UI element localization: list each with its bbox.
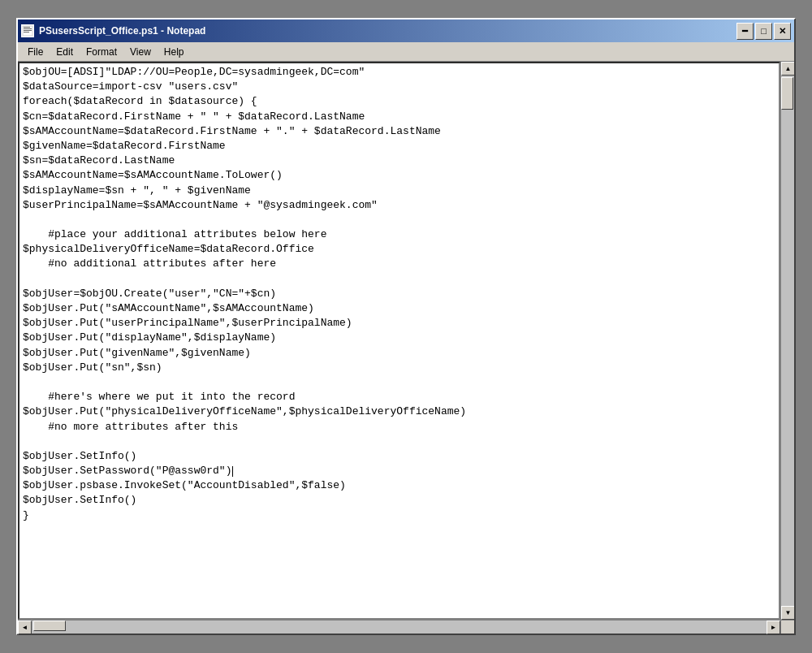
menu-help[interactable]: Help xyxy=(158,45,191,59)
menu-file[interactable]: File xyxy=(21,45,50,59)
text-area-wrapper: $objOU=[ADSI]"LDAP://OU=People,DC=sysadm… xyxy=(18,62,780,620)
restore-button[interactable]: □ xyxy=(755,23,772,40)
scroll-thumb-horizontal[interactable] xyxy=(33,621,66,631)
notepad-window: PSusersScript_Office.ps1 - Notepad ━ □ ✕… xyxy=(16,18,796,635)
scroll-thumb-vertical[interactable] xyxy=(781,77,793,110)
svg-rect-4 xyxy=(24,32,29,32)
menu-view[interactable]: View xyxy=(123,45,158,59)
scroll-right-button[interactable]: ► xyxy=(767,621,780,634)
title-bar-buttons: ━ □ ✕ xyxy=(736,23,791,40)
svg-rect-2 xyxy=(24,28,32,29)
scroll-track-horizontal[interactable] xyxy=(32,621,767,634)
bottom-area: ◄ ► xyxy=(18,620,794,634)
horizontal-scrollbar: ◄ ► xyxy=(18,620,780,634)
title-bar: PSusersScript_Office.ps1 - Notepad ━ □ ✕ xyxy=(18,19,794,42)
scroll-track-vertical[interactable] xyxy=(781,76,794,606)
close-button[interactable]: ✕ xyxy=(774,23,791,40)
svg-rect-3 xyxy=(24,30,32,31)
vertical-scrollbar: ▲ ▼ xyxy=(780,62,794,620)
scrollbar-corner xyxy=(780,620,794,634)
editor-content[interactable]: $objOU=[ADSI]"LDAP://OU=People,DC=sysadm… xyxy=(19,63,779,618)
app-icon xyxy=(21,24,34,37)
menu-format[interactable]: Format xyxy=(80,45,123,59)
scroll-left-button[interactable]: ◄ xyxy=(18,621,32,634)
window-title: PSusersScript_Office.ps1 - Notepad xyxy=(39,25,205,37)
title-bar-left: PSusersScript_Office.ps1 - Notepad xyxy=(21,24,205,37)
minimize-button[interactable]: ━ xyxy=(736,23,754,40)
scroll-up-button[interactable]: ▲ xyxy=(781,62,794,76)
content-area: $objOU=[ADSI]"LDAP://OU=People,DC=sysadm… xyxy=(18,62,794,620)
svg-rect-1 xyxy=(24,27,30,28)
scroll-down-button[interactable]: ▼ xyxy=(781,606,794,620)
menu-edit[interactable]: Edit xyxy=(50,45,80,59)
menu-bar: File Edit Format View Help xyxy=(18,42,794,62)
